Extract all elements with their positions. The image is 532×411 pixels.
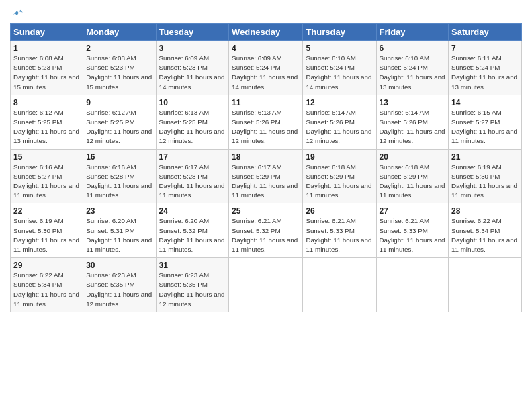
calendar-day-cell: 8 Sunrise: 6:12 AM Sunset: 5:25 PM Dayli… — [11, 95, 83, 149]
daylight-text: Daylight: 11 hours and 12 minutes. — [380, 128, 445, 144]
weekday-header: Saturday — [449, 24, 522, 41]
day-number: 12 — [306, 98, 373, 107]
calendar-day-cell: 6 Sunrise: 6:10 AM Sunset: 5:24 PM Dayli… — [376, 41, 449, 95]
sunset-text: Sunset: 5:23 PM — [13, 64, 62, 71]
day-info: Sunrise: 6:22 AM Sunset: 5:34 PM Dayligh… — [13, 271, 80, 309]
day-info: Sunrise: 6:20 AM Sunset: 5:31 PM Dayligh… — [86, 216, 152, 255]
sunrise-text: Sunrise: 6:14 AM — [306, 109, 356, 116]
daylight-text: Daylight: 11 hours and 14 minutes. — [306, 73, 371, 90]
day-info: Sunrise: 6:19 AM Sunset: 5:30 PM Dayligh… — [451, 163, 519, 201]
sunrise-text: Sunrise: 6:13 AM — [159, 109, 210, 116]
calendar-week-row: 15 Sunrise: 6:16 AM Sunset: 5:27 PM Dayl… — [11, 149, 522, 203]
sunrise-text: Sunrise: 6:22 AM — [451, 217, 502, 224]
calendar-day-cell: 10 Sunrise: 6:13 AM Sunset: 5:25 PM Dayl… — [156, 95, 229, 149]
sunset-text: Sunset: 5:33 PM — [380, 227, 428, 234]
calendar-day-cell: 11 Sunrise: 6:13 AM Sunset: 5:26 PM Dayl… — [229, 95, 303, 149]
sunset-text: Sunset: 5:25 PM — [13, 118, 62, 126]
daylight-text: Daylight: 11 hours and 11 minutes. — [86, 236, 152, 253]
day-number: 13 — [380, 98, 446, 107]
daylight-text: Daylight: 11 hours and 11 minutes. — [451, 182, 517, 199]
day-number: 18 — [232, 152, 300, 162]
sunrise-text: Sunrise: 6:22 AM — [13, 271, 64, 279]
sunrise-text: Sunrise: 6:23 AM — [86, 271, 136, 279]
day-number: 5 — [306, 44, 373, 53]
weekday-header: Thursday — [303, 24, 376, 41]
sunset-text: Sunset: 5:30 PM — [13, 227, 62, 234]
sunset-text: Sunset: 5:29 PM — [306, 173, 354, 180]
sunrise-text: Sunrise: 6:23 AM — [159, 271, 210, 279]
daylight-text: Daylight: 11 hours and 15 minutes. — [13, 73, 79, 90]
daylight-text: Daylight: 11 hours and 11 minutes. — [451, 128, 517, 144]
daylight-text: Daylight: 11 hours and 12 minutes. — [306, 128, 371, 144]
weekday-header: Sunday — [11, 24, 83, 41]
day-info: Sunrise: 6:17 AM Sunset: 5:29 PM Dayligh… — [232, 163, 300, 201]
calendar-day-cell: 23 Sunrise: 6:20 AM Sunset: 5:31 PM Dayl… — [83, 203, 156, 258]
calendar-day-cell: 24 Sunrise: 6:20 AM Sunset: 5:32 PM Dayl… — [156, 203, 229, 258]
calendar-day-cell: 16 Sunrise: 6:16 AM Sunset: 5:28 PM Dayl… — [83, 149, 156, 203]
day-info: Sunrise: 6:15 AM Sunset: 5:27 PM Dayligh… — [451, 108, 519, 146]
day-number: 2 — [86, 44, 152, 53]
calendar-day-cell: 25 Sunrise: 6:21 AM Sunset: 5:32 PM Dayl… — [229, 203, 303, 258]
day-info: Sunrise: 6:16 AM Sunset: 5:27 PM Dayligh… — [13, 163, 80, 201]
calendar-week-row: 22 Sunrise: 6:19 AM Sunset: 5:30 PM Dayl… — [11, 203, 522, 258]
day-number: 23 — [86, 206, 152, 216]
calendar-day-cell: 5 Sunrise: 6:10 AM Sunset: 5:24 PM Dayli… — [303, 41, 376, 95]
day-number: 20 — [380, 152, 446, 162]
daylight-text: Daylight: 11 hours and 13 minutes. — [380, 73, 445, 90]
day-number: 11 — [232, 98, 300, 107]
day-number: 17 — [159, 152, 226, 162]
day-info: Sunrise: 6:18 AM Sunset: 5:29 PM Dayligh… — [306, 163, 373, 201]
day-info: Sunrise: 6:11 AM Sunset: 5:24 PM Dayligh… — [451, 54, 519, 92]
day-number: 24 — [159, 206, 226, 216]
sunset-text: Sunset: 5:26 PM — [380, 118, 428, 126]
sunrise-text: Sunrise: 6:21 AM — [232, 217, 282, 224]
sunrise-text: Sunrise: 6:08 AM — [86, 54, 136, 62]
svg-marker-0 — [13, 10, 22, 15]
day-info: Sunrise: 6:16 AM Sunset: 5:28 PM Dayligh… — [86, 163, 152, 201]
daylight-text: Daylight: 11 hours and 11 minutes. — [13, 182, 79, 199]
sunset-text: Sunset: 5:24 PM — [380, 64, 428, 71]
calendar-day-cell: 31 Sunrise: 6:23 AM Sunset: 5:35 PM Dayl… — [156, 258, 229, 312]
sunrise-text: Sunrise: 6:12 AM — [13, 109, 64, 116]
day-number: 6 — [380, 44, 446, 53]
day-info: Sunrise: 6:19 AM Sunset: 5:30 PM Dayligh… — [13, 216, 80, 255]
calendar-day-cell: 29 Sunrise: 6:22 AM Sunset: 5:34 PM Dayl… — [11, 258, 83, 312]
sunset-text: Sunset: 5:25 PM — [159, 118, 208, 126]
day-info: Sunrise: 6:21 AM Sunset: 5:32 PM Dayligh… — [232, 216, 300, 255]
sunset-text: Sunset: 5:23 PM — [86, 64, 134, 71]
calendar-table: SundayMondayTuesdayWednesdayThursdayFrid… — [10, 23, 522, 312]
day-info: Sunrise: 6:09 AM Sunset: 5:24 PM Dayligh… — [232, 54, 300, 92]
sunrise-text: Sunrise: 6:11 AM — [451, 54, 502, 62]
calendar-day-cell: 9 Sunrise: 6:12 AM Sunset: 5:25 PM Dayli… — [83, 95, 156, 149]
day-info: Sunrise: 6:10 AM Sunset: 5:24 PM Dayligh… — [306, 54, 373, 92]
calendar-day-cell: 15 Sunrise: 6:16 AM Sunset: 5:27 PM Dayl… — [11, 149, 83, 203]
daylight-text: Daylight: 11 hours and 15 minutes. — [86, 73, 152, 90]
header — [10, 7, 522, 19]
sunset-text: Sunset: 5:26 PM — [306, 118, 354, 126]
sunrise-text: Sunrise: 6:14 AM — [380, 109, 430, 116]
sunrise-text: Sunrise: 6:21 AM — [306, 217, 356, 224]
daylight-text: Daylight: 11 hours and 14 minutes. — [232, 73, 298, 90]
day-number: 31 — [159, 261, 226, 270]
sunrise-text: Sunrise: 6:21 AM — [380, 217, 430, 224]
day-info: Sunrise: 6:09 AM Sunset: 5:23 PM Dayligh… — [159, 54, 226, 92]
daylight-text: Daylight: 11 hours and 13 minutes. — [451, 73, 517, 90]
day-number: 25 — [232, 206, 300, 216]
sunset-text: Sunset: 5:34 PM — [13, 281, 62, 288]
daylight-text: Daylight: 11 hours and 11 minutes. — [13, 291, 79, 308]
sunrise-text: Sunrise: 6:09 AM — [159, 54, 210, 62]
day-number: 19 — [306, 152, 373, 162]
calendar-day-cell: 30 Sunrise: 6:23 AM Sunset: 5:35 PM Dayl… — [83, 258, 156, 312]
calendar-week-row: 29 Sunrise: 6:22 AM Sunset: 5:34 PM Dayl… — [11, 258, 522, 312]
weekday-header: Monday — [83, 24, 156, 41]
calendar-day-cell: 22 Sunrise: 6:19 AM Sunset: 5:30 PM Dayl… — [11, 203, 83, 258]
sunset-text: Sunset: 5:24 PM — [306, 64, 354, 71]
sunrise-text: Sunrise: 6:12 AM — [86, 109, 136, 116]
calendar-day-cell: 14 Sunrise: 6:15 AM Sunset: 5:27 PM Dayl… — [449, 95, 522, 149]
sunset-text: Sunset: 5:27 PM — [451, 118, 500, 126]
day-info: Sunrise: 6:13 AM Sunset: 5:26 PM Dayligh… — [232, 108, 300, 146]
day-number: 22 — [13, 206, 80, 216]
calendar-day-cell: 21 Sunrise: 6:19 AM Sunset: 5:30 PM Dayl… — [449, 149, 522, 203]
day-number: 4 — [232, 44, 300, 53]
sunset-text: Sunset: 5:34 PM — [451, 227, 500, 234]
